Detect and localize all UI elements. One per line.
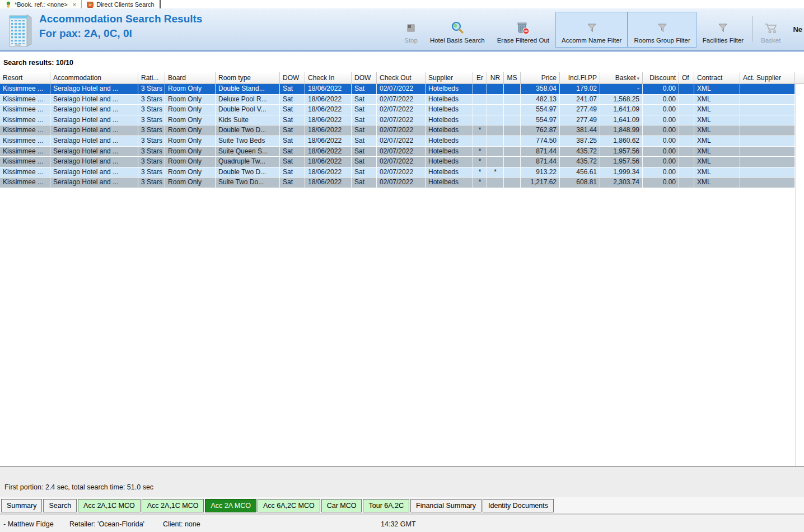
cell-basket: 1,641.09 (600, 105, 643, 115)
cell-dow_in: Sat (280, 147, 305, 157)
cell-check_in: 18/06/2022 (305, 167, 352, 178)
status-bar: - Matthew Fidge Retailer: 'Ocean-Florida… (0, 514, 804, 532)
column-header-resort[interactable]: Resort (0, 72, 50, 83)
accomm-name-filter-button[interactable]: Accomm Name Filter (555, 12, 628, 48)
close-icon[interactable]: × (73, 1, 76, 8)
cell-contract: XML (694, 84, 740, 94)
cell-board: Room Only (165, 84, 216, 94)
bottom-tab-identity-documents[interactable]: Identity Documents (483, 499, 554, 512)
column-header-contract[interactable]: Contract (694, 72, 740, 83)
cell-resort: Kissimmee ... (0, 167, 50, 178)
stop-button[interactable]: Stop (398, 12, 424, 48)
rooms-group-filter-button[interactable]: Rooms Group Filter (628, 12, 696, 48)
cell-check_out: 02/07/2022 (377, 167, 426, 178)
cell-check_out: 02/07/2022 (377, 147, 426, 157)
cell-contract: XML (694, 125, 740, 136)
cell-dow_in: Sat (280, 84, 305, 94)
bottom-tab-summary[interactable]: Summary (1, 499, 42, 512)
result-row[interactable]: Kissimmee ...Seralago Hotel and ...3 Sta… (0, 115, 795, 126)
cell-discount: 0.00 (643, 147, 679, 157)
column-header-discount[interactable]: Discount (643, 72, 679, 83)
bottom-tab-acc-2a-mco[interactable]: Acc 2A MCO (205, 499, 256, 512)
new-search-button[interactable]: Ne (787, 12, 804, 48)
cell-discount: 0.00 (643, 105, 679, 115)
result-row[interactable]: Kissimmee ...Seralago Hotel and ...3 Sta… (0, 125, 795, 136)
result-row[interactable]: Kissimmee ...Seralago Hotel and ...3 Sta… (0, 84, 795, 95)
cell-dow_out: Sat (352, 136, 377, 146)
cell-supplier: Hotelbeds (426, 178, 473, 188)
column-header-board[interactable]: Board (165, 72, 216, 83)
column-header-act_supplier[interactable]: Act. Supplier (740, 72, 795, 83)
column-header-check_out[interactable]: Check Out (377, 72, 426, 83)
result-row[interactable]: Kissimmee ...Seralago Hotel and ...3 Sta… (0, 157, 795, 167)
tab-direct-clients-label: Direct Clients Search (96, 1, 154, 8)
column-header-supplier[interactable]: Supplier (426, 72, 473, 83)
cell-act_supplier (740, 136, 795, 146)
column-header-of[interactable]: Of (679, 72, 694, 83)
column-header-rating[interactable]: Rati... (138, 72, 165, 83)
cell-dow_out: Sat (352, 125, 377, 136)
cell-supplier: Hotelbeds (426, 115, 473, 125)
cell-contract: XML (694, 115, 740, 125)
facilities-filter-label: Facilities Filter (703, 37, 744, 44)
column-header-check_in[interactable]: Check In (305, 72, 352, 83)
cell-check_out: 02/07/2022 (377, 157, 426, 167)
cell-dow_in: Sat (280, 115, 305, 125)
basket-button[interactable]: Basket (755, 12, 787, 48)
tab-direct-clients-search[interactable]: Direct Clients Search (82, 0, 160, 8)
bottom-tab-tour-6a-2c[interactable]: Tour 6A,2C (363, 499, 409, 512)
result-row[interactable]: Kissimmee ...Seralago Hotel and ...3 Sta… (0, 167, 795, 178)
result-row[interactable]: Kissimmee ...Seralago Hotel and ...3 Sta… (0, 105, 795, 115)
cell-incl_fl_pp: 387.25 (560, 136, 600, 146)
cell-dow_out: Sat (352, 157, 377, 167)
column-header-er[interactable]: Er (473, 72, 487, 83)
page-header: Accommodation Search Results For pax: 2A… (0, 8, 804, 52)
sort-desc-icon: ▾ (637, 76, 639, 81)
column-header-price[interactable]: Price (521, 72, 560, 83)
result-row[interactable]: Kissimmee ...Seralago Hotel and ...3 Sta… (0, 147, 795, 157)
bottom-tab-acc-2a-1c-mco[interactable]: Acc 2A,1C MCO (142, 499, 204, 512)
column-header-incl_fl_pp[interactable]: Incl.Fl.PP (560, 72, 600, 83)
bottom-tab-acc-2a-1c-mco[interactable]: Acc 2A,1C MCO (78, 499, 141, 512)
cell-basket: 1,568.25 (600, 95, 643, 105)
cell-board: Room Only (165, 95, 216, 105)
status-client: Client: none (163, 520, 200, 528)
result-row[interactable]: Kissimmee ...Seralago Hotel and ...3 Sta… (0, 95, 795, 105)
bottom-tab-search[interactable]: Search (43, 499, 77, 512)
column-header-dow_out[interactable]: DOW (352, 72, 377, 83)
facilities-filter-button[interactable]: Facilities Filter (697, 12, 750, 48)
cell-accommodation: Seralago Hotel and ... (50, 136, 138, 146)
cell-nr (487, 84, 504, 94)
column-header-dow_in[interactable]: DOW (280, 72, 305, 83)
cell-check_out: 02/07/2022 (377, 125, 426, 136)
bottom-tab-financial-summary[interactable]: Financial Summary (410, 499, 482, 512)
column-header-nr[interactable]: NR (487, 72, 504, 83)
cell-of (679, 84, 694, 94)
cell-price: 1,217.62 (521, 178, 560, 188)
erase-filtered-out-button[interactable]: Erase Filtered Out (491, 12, 555, 48)
cell-act_supplier (740, 115, 795, 125)
cell-contract: XML (694, 136, 740, 146)
cell-rating: 3 Stars (138, 147, 165, 157)
hotel-basis-search-button[interactable]: Hotel Basis Search (424, 12, 491, 48)
cell-er: * (473, 167, 487, 178)
results-table-body: Kissimmee ...Seralago Hotel and ...3 Sta… (0, 84, 804, 188)
column-header-accommodation[interactable]: Accommodation (50, 72, 138, 83)
result-row[interactable]: Kissimmee ...Seralago Hotel and ...3 Sta… (0, 136, 795, 147)
column-header-ms[interactable]: MS (504, 72, 521, 83)
cell-resort: Kissimmee ... (0, 147, 50, 157)
column-header-room_type[interactable]: Room type (216, 72, 280, 83)
cell-of (679, 115, 694, 125)
cell-accommodation: Seralago Hotel and ... (50, 105, 138, 115)
cell-act_supplier (740, 95, 795, 105)
cell-incl_fl_pp: 241.07 (560, 95, 600, 105)
bottom-tab-car-mco[interactable]: Car MCO (321, 499, 362, 512)
bottom-tab-acc-6a-2c-mco[interactable]: Acc 6A,2C MCO (258, 499, 320, 512)
cell-er (473, 95, 487, 105)
result-row[interactable]: Kissimmee ...Seralago Hotel and ...3 Sta… (0, 178, 795, 188)
cell-check_out: 02/07/2022 (377, 95, 426, 105)
cell-of (679, 167, 694, 178)
column-header-basket[interactable]: Basket▾ (600, 72, 643, 83)
tab-book-ref[interactable]: *Book. ref.: <none> × (0, 0, 82, 8)
basket-cart-icon (764, 20, 778, 36)
